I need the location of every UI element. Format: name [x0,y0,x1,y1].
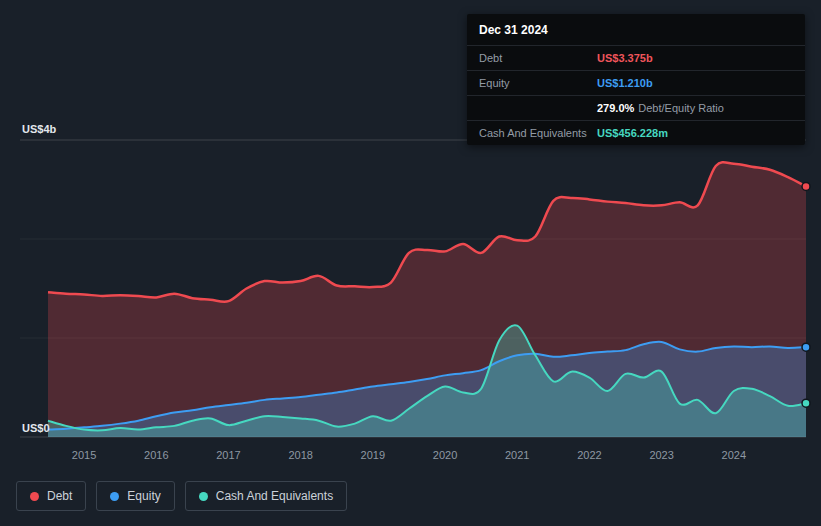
tooltip-equity-label: Equity [479,77,597,89]
tooltip-ratio-value-wrap: 279.0%Debt/Equity Ratio [597,102,724,114]
chart-tooltip: Dec 31 2024 Debt US$3.375b Equity US$1.2… [467,14,805,145]
x-axis-year-label: 2024 [722,449,746,461]
tooltip-debt-label: Debt [479,52,597,64]
tooltip-debt-row: Debt US$3.375b [467,45,805,70]
legend-cash-label: Cash And Equivalents [216,489,333,503]
x-axis-year-label: 2020 [433,449,457,461]
tooltip-equity-row: Equity US$1.210b [467,70,805,95]
debt-end-marker[interactable] [802,182,810,190]
tooltip-ratio-row: 279.0%Debt/Equity Ratio [467,95,805,120]
tooltip-ratio-label: Debt/Equity Ratio [638,102,724,114]
legend-item-debt[interactable]: Debt [16,481,86,511]
x-axis-year-label: 2023 [649,449,673,461]
x-axis-year-label: 2022 [577,449,601,461]
equity-end-marker[interactable] [802,343,810,351]
x-axis-year-label: 2019 [361,449,385,461]
x-axis-year-label: 2016 [144,449,168,461]
tooltip-cash-label: Cash And Equivalents [479,127,597,139]
y-axis-bottom-label: US$0 [22,422,50,434]
x-axis-year-label: 2018 [288,449,312,461]
legend-debt-label: Debt [47,489,72,503]
legend-equity-label: Equity [127,489,160,503]
x-axis-year-label: 2015 [72,449,96,461]
tooltip-cash-value: US$456.228m [597,127,668,139]
legend-item-cash[interactable]: Cash And Equivalents [185,481,347,511]
cash-end-marker[interactable] [802,399,810,407]
tooltip-cash-row: Cash And Equivalents US$456.228m [467,120,805,145]
y-axis-top-label: US$4b [22,123,57,135]
tooltip-ratio-value: 279.0% [597,102,634,114]
cash-dot-icon [199,492,208,501]
legend-item-equity[interactable]: Equity [96,481,174,511]
equity-dot-icon [110,492,119,501]
tooltip-debt-value: US$3.375b [597,52,653,64]
chart-legend: Debt Equity Cash And Equivalents [16,481,347,511]
x-axis-year-label: 2021 [505,449,529,461]
debt-dot-icon [30,492,39,501]
tooltip-date: Dec 31 2024 [467,14,805,45]
tooltip-equity-value: US$1.210b [597,77,653,89]
debt-equity-history-page: US$4bUS$02015201620172018201920202021202… [0,0,821,526]
x-axis-year-label: 2017 [216,449,240,461]
